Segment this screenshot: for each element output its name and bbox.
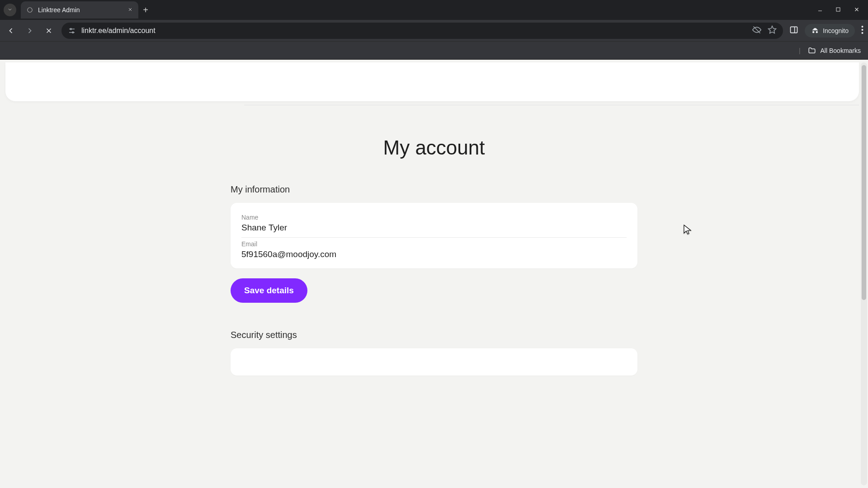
site-settings-icon[interactable] (68, 27, 76, 35)
browser-menu-icon[interactable] (861, 26, 863, 36)
section-label-security: Security settings (231, 330, 637, 340)
tab-title: Linktree Admin (38, 6, 123, 14)
side-panel-icon[interactable] (789, 25, 798, 36)
all-bookmarks-button[interactable]: All Bookmarks (821, 47, 861, 54)
browser-tab[interactable]: Linktree Admin (21, 1, 138, 19)
svg-marker-14 (769, 26, 776, 33)
tab-favicon-icon (26, 6, 33, 14)
address-url: linktr.ee/admin/account (81, 27, 747, 35)
address-bar[interactable]: linktr.ee/admin/account (61, 23, 783, 39)
chevron-down-icon (7, 6, 13, 14)
name-input[interactable] (241, 222, 627, 234)
email-label: Email (241, 240, 627, 248)
new-tab-button[interactable]: + (138, 5, 153, 15)
page-viewport: My account My information Name Email Sav… (0, 60, 868, 488)
page-content: My account My information Name Email Sav… (0, 60, 868, 488)
email-input[interactable] (241, 249, 627, 260)
browser-toolbar: linktr.ee/admin/account Incognito (0, 20, 868, 42)
divider: | (799, 47, 801, 54)
bookmarks-bar: | All Bookmarks (0, 42, 868, 60)
svg-point-0 (28, 8, 33, 13)
svg-point-18 (862, 29, 863, 31)
incognito-label: Incognito (823, 27, 849, 34)
bookmark-star-icon[interactable] (768, 25, 777, 36)
back-button[interactable] (5, 24, 17, 37)
tab-bar: Linktree Admin + (0, 0, 868, 20)
incognito-chip[interactable]: Incognito (805, 24, 855, 38)
save-details-button[interactable]: Save details (231, 278, 307, 303)
close-window-button[interactable] (854, 6, 860, 14)
security-settings-section: Security settings (231, 330, 637, 375)
info-card: Name Email (231, 203, 637, 268)
incognito-icon (811, 27, 819, 35)
forward-button[interactable] (24, 24, 36, 37)
page-title: My account (383, 136, 485, 159)
security-card (231, 348, 637, 375)
my-information-section: My information Name Email Save details (231, 184, 637, 303)
svg-rect-15 (791, 27, 797, 33)
name-label: Name (241, 214, 627, 221)
scrollbar-thumb[interactable] (862, 65, 866, 300)
window-controls (817, 6, 868, 14)
name-field: Name (241, 211, 627, 238)
browser-chrome: Linktree Admin + (0, 0, 868, 60)
folder-icon (808, 47, 816, 55)
stop-loading-button[interactable] (42, 24, 55, 37)
svg-point-17 (862, 26, 863, 28)
scrollbar-track[interactable] (861, 62, 867, 485)
svg-point-19 (862, 32, 863, 34)
tracking-off-icon[interactable] (752, 25, 761, 36)
email-field: Email (241, 238, 627, 264)
tab-search-dropdown[interactable] (4, 4, 16, 16)
close-tab-button[interactable] (127, 6, 133, 14)
section-label-info: My information (231, 184, 637, 195)
maximize-button[interactable] (835, 6, 841, 14)
svg-rect-4 (836, 8, 840, 11)
minimize-button[interactable] (817, 6, 823, 14)
